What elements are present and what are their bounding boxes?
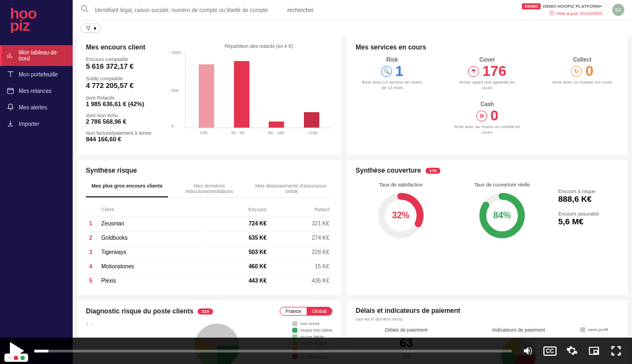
legend-item: non scoré — [292, 321, 333, 326]
filter-pill[interactable]: ▾ — [80, 24, 101, 33]
synthese-couverture-card: Synthèse couverture 176 Taux de satisfac… — [347, 160, 628, 295]
region-toggle[interactable]: France Global — [280, 307, 333, 316]
svg-text:piz: piz — [10, 17, 30, 33]
sidebar-item-dashboard[interactable]: Mon tableau de bord — [0, 45, 73, 66]
services-card: Mes services en cours Risk 🔍1 fiche avec… — [347, 37, 628, 155]
y-tick: 1000 — [171, 50, 181, 55]
th-encours: Encours — [205, 203, 269, 216]
y-tick: 500 — [171, 88, 178, 93]
service-desc: fiches ayant une garantie en cours — [454, 80, 520, 90]
diag-badge: 219 — [198, 308, 213, 315]
search-input[interactable] — [95, 7, 282, 13]
sidebar: hoopiz Mon tableau de bord Mon portefeui… — [0, 0, 73, 364]
platform-label: DEMO HOOPIZ PLATFORM+ — [543, 4, 602, 9]
legend-item: risque très faible — [292, 328, 333, 333]
avatar[interactable]: SA — [612, 4, 624, 16]
search-icon — [80, 4, 89, 15]
couv-stat-value: 888,6 K€ — [558, 194, 619, 203]
risk-table: Client Encours Retard 1Zeusman724 K€321 … — [86, 202, 333, 288]
table-row[interactable]: 5Plexis443 K€436 K€ — [87, 274, 331, 287]
couv-title: Synthèse couverture — [356, 167, 421, 174]
th-client: Client — [99, 203, 204, 216]
chevron-down-icon: ▾ — [94, 25, 96, 31]
sidebar-item-alertes[interactable]: Mes alertes — [0, 99, 73, 115]
legend-item: sans profil — [580, 327, 619, 332]
diag-title: Diagnostic risque du poste clients — [86, 307, 193, 315]
y-tick: 0 — [171, 124, 173, 129]
service-value: 🔍1 — [359, 63, 425, 80]
service-desc: fiche avec un service de moins de 12 moi… — [359, 80, 425, 90]
sidebar-item-importer[interactable]: Importer — [0, 115, 73, 132]
th-retard: Retard — [270, 203, 331, 216]
table-row[interactable]: 1Zeusman724 K€321 K€ — [87, 217, 331, 230]
couv-stat-value: 5,6 M€ — [558, 217, 619, 226]
sidebar-item-label: Mon tableau de bord — [19, 49, 66, 62]
fullscreen-icon[interactable] — [610, 345, 622, 357]
toggle-global[interactable]: Global — [307, 307, 332, 315]
table-row[interactable]: 3Tigerways503 K€228 K€ — [87, 245, 331, 258]
search-button[interactable]: rechercher — [287, 7, 314, 13]
sidebar-item-portfolio[interactable]: Mon portefeuille — [0, 66, 73, 82]
collect-icon: ↻ — [571, 66, 582, 77]
pip-icon[interactable] — [588, 345, 600, 357]
couv-stat-label: Encours assurable — [558, 211, 619, 217]
bar-categories: ≤3030 - 9090 - 180>180 — [185, 128, 333, 135]
progress-bar[interactable] — [34, 350, 512, 352]
service-name: Cash — [454, 101, 520, 107]
service-name: Risk — [359, 57, 425, 63]
service-name: Cover — [454, 57, 520, 63]
service-risk[interactable]: Risk 🔍1 fiche avec un service de moins d… — [359, 57, 425, 90]
toggle-france[interactable]: France — [280, 307, 307, 315]
filter-row: ▾ — [73, 20, 632, 37]
clock-icon — [549, 10, 554, 16]
diag-left-label: ↕ … — [86, 321, 141, 326]
video-controls: CC — [0, 338, 632, 364]
stat-value: 5 616 372,17 € — [86, 62, 174, 70]
service-desc: fiche avec un dossier en cours — [549, 80, 615, 85]
service-value: ☂176 — [454, 63, 520, 80]
stat-value: 2 786 568,96 € — [86, 118, 174, 125]
bottom-left-widget: ··· — [4, 354, 28, 362]
bar — [269, 122, 284, 128]
logo: hoopiz — [0, 4, 73, 45]
stat-label: dont Non échu — [86, 113, 174, 118]
services-title: Mes services en cours — [356, 43, 619, 51]
cover-icon: ☂ — [468, 66, 479, 77]
bell-icon — [7, 103, 14, 111]
update-label: mise à jour: 01/12/2022 — [556, 11, 602, 16]
captions-button[interactable]: CC — [544, 345, 556, 357]
demo-badge: DEMO — [522, 3, 541, 9]
sidebar-item-relances[interactable]: Mes relances — [0, 82, 73, 99]
svg-rect-2 — [8, 89, 14, 93]
th-rank — [87, 203, 98, 216]
table-row[interactable]: 2Goldbooks635 K€274 K€ — [87, 231, 331, 244]
stat-value: 1 985 636,61 € (42%) — [86, 101, 174, 107]
calendar-icon — [7, 87, 14, 95]
couv-stat-label: Encours à risque — [558, 189, 619, 194]
tab-depassements[interactable]: Mes dépassements d'assurance-crédit — [250, 180, 333, 197]
tab-gros-encours[interactable]: Mes plus gros encours clients — [86, 180, 168, 197]
settings-icon[interactable] — [566, 345, 578, 357]
synth-risque-title: Synthèse risque — [86, 167, 333, 174]
bar — [199, 64, 214, 128]
service-cover[interactable]: Cover ☂176 fiches ayant une garantie en … — [454, 57, 520, 90]
service-value: ↻0 — [549, 63, 615, 80]
bar-chart: 1000 500 0 — [185, 51, 333, 128]
service-collect[interactable]: Collect ↻0 fiche avec un dossier en cour… — [549, 57, 615, 90]
table-row[interactable]: 4Motionstones460 K€15 K€ — [87, 260, 331, 273]
content[interactable]: Mes encours client Encours comptable 5 6… — [73, 37, 632, 364]
sidebar-item-label: Mon portefeuille — [19, 71, 58, 78]
stat-label: dont Retards — [86, 95, 174, 101]
donut-label: Taux de satisfaction — [356, 182, 446, 187]
delais-title: Délais et indicateurs de paiement — [356, 307, 619, 315]
video-time: 05:11 — [78, 0, 110, 1]
encours-title: Mes encours client — [86, 43, 174, 51]
service-desc: fiche avec au moins un contrat en cours — [454, 124, 520, 135]
service-value: ⊘0 — [454, 107, 520, 124]
sidebar-item-label: Mes alertes — [19, 104, 47, 111]
stat-label: Non facturé/paiement à terme — [86, 130, 174, 136]
tab-reductions[interactable]: Mes dernières réductions/résiliations — [168, 180, 250, 197]
volume-icon[interactable] — [522, 345, 534, 357]
service-cash[interactable]: Cash ⊘0 fiche avec au moins un contrat e… — [454, 101, 520, 135]
book-icon — [7, 70, 14, 78]
